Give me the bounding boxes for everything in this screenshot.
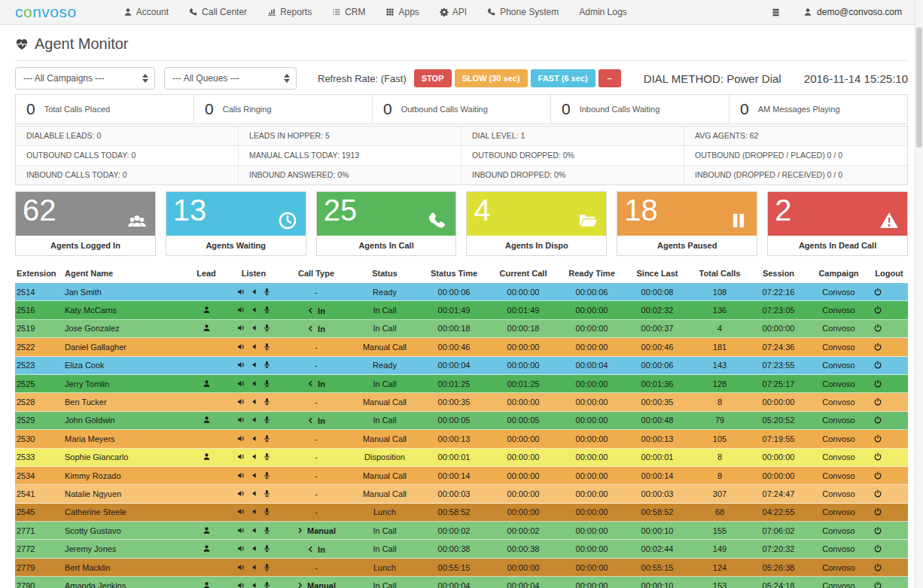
lead-icon[interactable] xyxy=(203,379,211,388)
whisper-icon[interactable] xyxy=(263,434,271,443)
listen-icon[interactable] xyxy=(237,288,245,297)
barge-icon[interactable] xyxy=(250,324,258,333)
card-agents-in-dead-call[interactable]: 2Agents In Dead Call xyxy=(767,191,908,256)
column-header-extension[interactable]: Extension xyxy=(15,269,62,278)
listen-icon[interactable] xyxy=(237,361,245,370)
barge-icon[interactable] xyxy=(250,507,258,516)
power-icon[interactable] xyxy=(873,526,905,535)
column-header-ready-time[interactable]: Ready Time xyxy=(559,269,625,278)
stack-icon[interactable] xyxy=(771,8,781,17)
whisper-icon[interactable] xyxy=(263,416,271,425)
nav-item-phone-system[interactable]: Phone System xyxy=(487,7,559,17)
scrollbar-track[interactable] xyxy=(915,0,923,588)
barge-icon[interactable] xyxy=(250,379,258,388)
whisper-icon[interactable] xyxy=(263,507,271,516)
card-agents-paused[interactable]: 18Agents Paused xyxy=(617,191,757,256)
barge-icon[interactable] xyxy=(250,452,258,462)
nav-item-call-center[interactable]: Call Center xyxy=(189,7,247,17)
power-icon[interactable] xyxy=(873,563,905,572)
stop-button[interactable]: STOP xyxy=(414,69,452,87)
power-icon[interactable] xyxy=(873,361,905,370)
listen-icon[interactable] xyxy=(237,398,245,407)
barge-icon[interactable] xyxy=(250,288,258,297)
barge-icon[interactable] xyxy=(250,544,258,553)
lead-icon[interactable] xyxy=(203,306,211,315)
power-icon[interactable] xyxy=(873,379,905,388)
lead-icon[interactable] xyxy=(203,544,211,553)
power-icon[interactable] xyxy=(873,398,905,407)
slow-button[interactable]: SLOW (30 sec) xyxy=(455,69,528,87)
nav-item-apps[interactable]: Apps xyxy=(385,7,419,17)
barge-icon[interactable] xyxy=(250,306,258,315)
column-header-session[interactable]: Session xyxy=(750,269,807,278)
campaigns-select[interactable]: --- All Campaigns --- xyxy=(15,67,155,90)
convoso-logo[interactable]: convoso xyxy=(15,3,77,21)
column-header-since-last[interactable]: Since Last xyxy=(625,269,690,278)
column-header-current-call[interactable]: Current Call xyxy=(488,269,559,278)
power-icon[interactable] xyxy=(873,581,905,588)
power-icon[interactable] xyxy=(873,324,905,333)
power-icon[interactable] xyxy=(873,288,905,297)
column-header-status[interactable]: Status xyxy=(349,269,420,278)
barge-icon[interactable] xyxy=(250,563,258,572)
nav-item-account[interactable]: Account xyxy=(123,7,169,17)
whisper-icon[interactable] xyxy=(263,288,271,297)
nav-item-crm[interactable]: CRM xyxy=(332,7,365,17)
whisper-icon[interactable] xyxy=(263,563,271,572)
column-header-total-calls[interactable]: Total Calls xyxy=(690,269,750,278)
barge-icon[interactable] xyxy=(250,581,258,588)
barge-icon[interactable] xyxy=(250,398,258,407)
nav-item-admin-logs[interactable]: Admin Logs xyxy=(579,7,626,17)
power-icon[interactable] xyxy=(873,343,905,352)
power-icon[interactable] xyxy=(873,434,905,443)
barge-icon[interactable] xyxy=(250,343,258,352)
nav-item-api[interactable]: API xyxy=(440,7,467,17)
listen-icon[interactable] xyxy=(237,544,245,553)
power-icon[interactable] xyxy=(873,452,905,462)
user-menu[interactable]: demo@convoso.com xyxy=(803,7,902,17)
column-header-logout[interactable]: Logout xyxy=(870,269,908,278)
lead-icon[interactable] xyxy=(203,324,211,333)
card-agents-logged-in[interactable]: 62Agents Logged In xyxy=(15,191,156,256)
barge-icon[interactable] xyxy=(250,526,258,535)
whisper-icon[interactable] xyxy=(263,361,271,370)
whisper-icon[interactable] xyxy=(263,471,271,480)
barge-icon[interactable] xyxy=(250,361,258,370)
column-header-agent-name[interactable]: Agent Name xyxy=(62,269,188,278)
fast-button[interactable]: FAST (6 sec) xyxy=(531,69,596,87)
listen-icon[interactable] xyxy=(237,416,245,425)
column-header-listen[interactable]: Listen xyxy=(224,269,283,278)
power-icon[interactable] xyxy=(873,489,905,498)
listen-icon[interactable] xyxy=(237,581,245,588)
listen-icon[interactable] xyxy=(237,379,245,388)
power-icon[interactable] xyxy=(873,471,905,480)
whisper-icon[interactable] xyxy=(263,544,271,553)
card-agents-waiting[interactable]: 13Agents Waiting xyxy=(166,191,306,256)
power-icon[interactable] xyxy=(873,416,905,425)
nav-item-reports[interactable]: Reports xyxy=(267,7,312,17)
barge-icon[interactable] xyxy=(250,416,258,425)
whisper-icon[interactable] xyxy=(263,526,271,535)
queues-select[interactable]: --- All Queues --- xyxy=(164,67,297,90)
listen-icon[interactable] xyxy=(237,489,245,498)
listen-icon[interactable] xyxy=(237,563,245,572)
whisper-icon[interactable] xyxy=(263,489,271,498)
listen-icon[interactable] xyxy=(237,324,245,333)
whisper-icon[interactable] xyxy=(263,343,271,352)
lead-icon[interactable] xyxy=(203,526,211,535)
card-agents-in-call[interactable]: 25Agents In Call xyxy=(316,191,457,256)
listen-icon[interactable] xyxy=(237,507,245,516)
barge-icon[interactable] xyxy=(250,434,258,443)
whisper-icon[interactable] xyxy=(263,379,271,388)
lead-icon[interactable] xyxy=(203,452,211,462)
lead-icon[interactable] xyxy=(203,416,211,425)
whisper-icon[interactable] xyxy=(263,581,271,588)
listen-icon[interactable] xyxy=(237,452,245,462)
lead-icon[interactable] xyxy=(203,581,211,588)
column-header-status-time[interactable]: Status Time xyxy=(420,269,488,278)
barge-icon[interactable] xyxy=(250,471,258,480)
column-header-campaign[interactable]: Campaign xyxy=(807,269,870,278)
whisper-icon[interactable] xyxy=(263,306,271,315)
listen-icon[interactable] xyxy=(237,434,245,443)
column-header-call-type[interactable]: Call Type xyxy=(283,269,349,278)
